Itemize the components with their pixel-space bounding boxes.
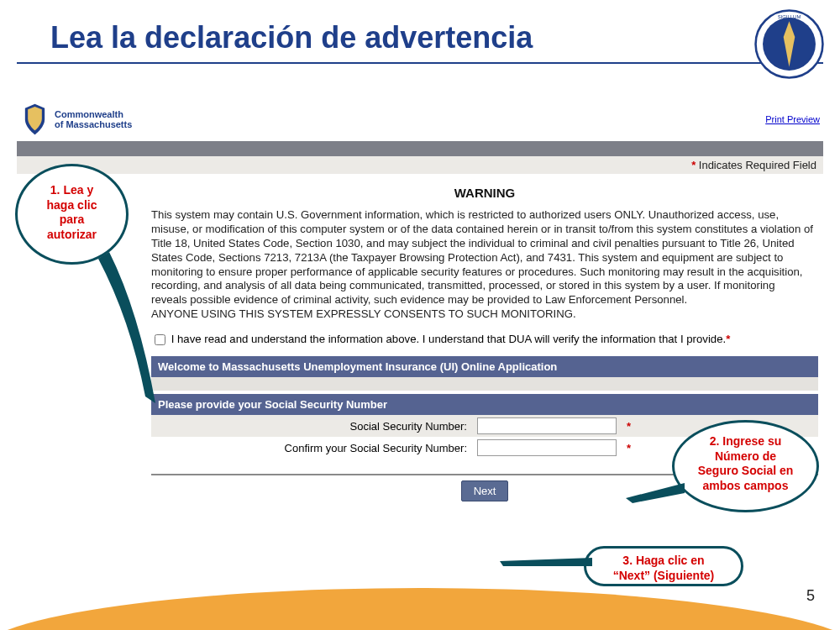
org-name: Commonwealth of Massachusetts: [55, 109, 132, 129]
title-underline: [17, 62, 823, 64]
consent-label: I have read and understand the informati…: [171, 333, 727, 345]
ssn-label: Social Security Number:: [151, 415, 472, 437]
callout-1-l3: para: [24, 213, 119, 228]
required-text: Indicates Required Field: [696, 159, 816, 171]
org-line2: of Massachusetts: [55, 119, 132, 129]
callout-2-tail-icon: [626, 483, 685, 508]
app-header: Commonwealth of Massachusetts Print Prev…: [17, 101, 823, 141]
warning-body: This system may contain U.S. Government …: [151, 208, 818, 327]
callout-1-l4: autorizar: [24, 228, 119, 243]
slide-title: Lea la declaración de advertencia: [0, 0, 840, 62]
callout-2-l3: Seguro Social en: [681, 464, 810, 479]
warning-heading: WARNING: [151, 174, 818, 208]
ssn-header-bar: Please provide your Social Security Numb…: [151, 394, 818, 415]
callout-1: 1. Lea y haga clic para autorizar: [15, 164, 129, 265]
warning-consent-line: ANYONE USING THIS SYSTEM EXPRESSLY CONSE…: [151, 307, 576, 320]
welcome-sub-bar: [151, 377, 818, 391]
state-seal-icon: SIGILLUM: [753, 8, 825, 80]
commonwealth-shield-icon: [20, 102, 50, 136]
consent-row: I have read and understand the informati…: [151, 327, 818, 356]
callout-1-l2: haga clic: [24, 198, 119, 213]
required-field-notice: * Indicates Required Field: [17, 156, 823, 174]
page-number: 5: [806, 587, 815, 605]
callout-3-tail-icon: [500, 554, 592, 571]
ssn-star: *: [622, 415, 648, 437]
consent-star: *: [726, 333, 730, 345]
ssn-confirm-label: Confirm your Social Security Number:: [151, 437, 472, 459]
ssn-confirm-input[interactable]: [477, 439, 617, 456]
callout-1-tail-icon: [88, 252, 164, 412]
next-button[interactable]: Next: [461, 480, 509, 501]
callout-2-l1: 2. Ingrese su: [681, 434, 810, 449]
callout-2-l4: ambos campos: [681, 479, 810, 494]
callout-2: 2. Ingrese su Número de Seguro Social en…: [672, 420, 819, 512]
top-gray-bar: [17, 141, 823, 156]
callout-3-l1: 3. Haga clic en: [593, 554, 734, 569]
svg-text:SIGILLUM: SIGILLUM: [778, 14, 801, 19]
print-preview-link[interactable]: Print Preview: [765, 114, 820, 124]
org-line1: Commonwealth: [55, 109, 132, 119]
ssn-input[interactable]: [477, 417, 617, 434]
footer-arc-decoration: [0, 588, 840, 630]
callout-3-l2: “Next” (Siguiente): [593, 569, 734, 584]
warning-text: This system may contain U.S. Government …: [151, 208, 813, 306]
callout-3: 3. Haga clic en “Next” (Siguiente): [584, 546, 743, 586]
welcome-bar: Welcome to Massachusetts Unemployment In…: [151, 356, 818, 377]
callout-1-l1: 1. Lea y: [24, 183, 119, 198]
callout-2-l2: Número de: [681, 449, 810, 465]
ssn-confirm-star: *: [622, 437, 648, 459]
